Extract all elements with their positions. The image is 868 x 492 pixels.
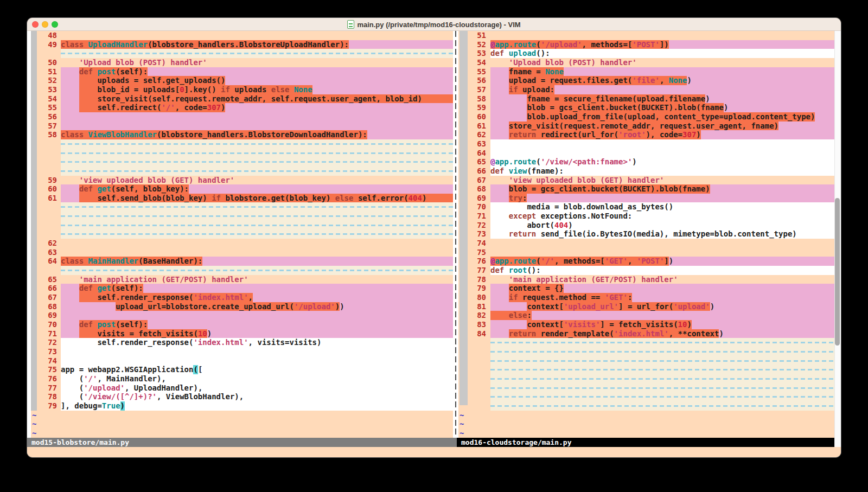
code-line[interactable]: 48	[31, 31, 453, 40]
code-line[interactable]: 53def upload():	[458, 49, 834, 58]
code-line[interactable]: 60 def get(self, blob_key):	[31, 184, 453, 194]
code-line[interactable]: 81 context['upload_url'] = url_for('uplo…	[458, 302, 834, 311]
code-line[interactable]: 61 store_visit(request.remote_addr, requ…	[458, 122, 834, 131]
code-line[interactable]: 65@app.route('/view/<path:fname>')	[458, 157, 834, 167]
code-line[interactable]: 52 uploads = self.get_uploads()	[31, 76, 453, 85]
code-line[interactable]: 53 blob_id = uploads[0].key() if uploads…	[31, 85, 453, 94]
code-line[interactable]: 66 def get(self):	[31, 284, 453, 293]
code-text: visits = fetch_visits(10)	[61, 329, 453, 338]
code-line[interactable]: 76@app.route('/', methods=['GET', 'POST'…	[458, 257, 834, 266]
code-line[interactable]: 78 'main application (GET/POST) handler'	[458, 275, 834, 284]
code-line[interactable]: 64	[458, 149, 834, 158]
code-line[interactable]: 83 context['visits'] = fetch_visits(10)	[458, 320, 834, 329]
code-line[interactable]: 68 blob = gcs_client.bucket(BUCKET).blob…	[458, 184, 834, 194]
code-line[interactable]: 74	[31, 356, 453, 366]
code-line[interactable]: 69 try:	[458, 194, 834, 203]
code-token: ,	[628, 257, 637, 266]
code-line[interactable]: 73	[31, 347, 453, 356]
left-editor-pane[interactable]: 4849class UploadHandler(blobstore_handle…	[31, 31, 453, 438]
tilde-glyph: ~	[32, 419, 36, 429]
left-statusline[interactable]: mod15-blobstore/main.py	[27, 438, 457, 447]
code-line[interactable]: 78 ('/view/([^/]+)?', ViewBlobHandler),	[31, 392, 453, 401]
right-scrollbar-thumb[interactable]	[835, 198, 840, 346]
code-line[interactable]: 66def view(fname):	[458, 167, 834, 176]
code-line[interactable]: 51	[458, 31, 834, 40]
code-line[interactable]: 54 'Upload blob (POST) handler'	[458, 58, 834, 67]
code-line[interactable]: 71 except exceptions.NotFound:	[458, 212, 834, 221]
code-token: )	[335, 302, 340, 311]
code-token	[490, 302, 527, 311]
code-token	[61, 194, 79, 203]
code-line[interactable]: 70 media = blob.download_as_bytes()	[458, 202, 834, 212]
code-token: 404	[409, 194, 422, 203]
code-token: )	[632, 157, 636, 167]
code-text	[61, 31, 453, 40]
code-line[interactable]: 71 visits = fetch_visits(10)	[31, 329, 453, 338]
filler-dashes	[61, 266, 453, 275]
code-line[interactable]: 70 def post(self):	[31, 320, 453, 329]
code-line[interactable]: 68 upload_url=blobstore.create_upload_ur…	[31, 302, 453, 311]
code-token: def	[79, 320, 98, 329]
code-line[interactable]: 75app = webapp2.WSGIApplication([	[31, 365, 453, 374]
code-line[interactable]: 56	[31, 112, 453, 122]
code-line[interactable]: 62	[31, 239, 453, 248]
code-line[interactable]: 56 upload = request.files.get('file', No…	[458, 76, 834, 85]
code-token	[490, 130, 509, 139]
code-token: self.redirect(	[79, 103, 162, 112]
code-line[interactable]: 80 if request.method == 'GET':	[458, 293, 834, 302]
code-line[interactable]: 63	[31, 248, 453, 257]
tilde-glyph: ~	[32, 411, 36, 420]
code-line[interactable]: 57	[31, 122, 453, 131]
filler-dashes	[61, 139, 453, 149]
code-token: blob_id = uploads[	[79, 85, 180, 94]
right-pane-left-scrollbar-thumb[interactable]	[459, 31, 468, 405]
code-line[interactable]: 69	[31, 311, 453, 320]
code-line[interactable]: 55 fname = None	[458, 67, 834, 76]
code-line[interactable]: 67 self.render_response('index.html',	[31, 293, 453, 302]
code-line[interactable]: 54 store_visit(self.request.remote_addr,…	[31, 94, 453, 104]
code-line[interactable]: 51 def post(self):	[31, 67, 453, 76]
right-editor-pane[interactable]: 5152@app.route('/upload', methods=['POST…	[458, 31, 834, 438]
code-line[interactable]: 59 blob = gcs_client.bucket(BUCKET).blob…	[458, 103, 834, 112]
right-statusline[interactable]: mod16-cloudstorage/main.py	[457, 438, 834, 447]
code-token: uploads	[230, 85, 271, 94]
code-line[interactable]: 49class UploadHandler(blobstore_handlers…	[31, 40, 453, 49]
code-line[interactable]: 64class MainHandler(BaseHandler):	[31, 257, 453, 266]
code-line[interactable]: 57 if upload:	[458, 85, 834, 94]
code-line[interactable]: 55 self.redirect('/', code=307)	[31, 103, 453, 112]
code-line[interactable]: 79], debug=True)	[31, 401, 453, 411]
code-line[interactable]: 77def root():	[458, 266, 834, 275]
code-line[interactable]: 77 ('/upload', UploadHandler),	[31, 384, 453, 393]
command-line[interactable]	[27, 447, 841, 457]
code-line[interactable]: 75	[458, 248, 834, 257]
code-token: self.render_response(	[61, 338, 193, 347]
vertical-split-separator[interactable]	[453, 31, 458, 438]
code-line[interactable]: 65 'main application (GET/POST) handler'	[31, 275, 453, 284]
code-line[interactable]: 84 return render_template('index.html', …	[458, 329, 834, 338]
code-line[interactable]: 72 self.render_response('index.html', vi…	[31, 338, 453, 347]
code-line[interactable]: 76 ('/', MainHandler),	[31, 374, 453, 384]
code-token: )	[120, 401, 125, 411]
code-line[interactable]: 62 return redirect(url_for('root'), code…	[458, 130, 834, 139]
code-line[interactable]: 60 blob.upload_from_file(upload, content…	[458, 112, 834, 122]
code-line[interactable]: 50 'Upload blob (POST) handler'	[31, 58, 453, 67]
code-line[interactable]: 82 else:	[458, 311, 834, 320]
code-line[interactable]: 52@app.route('/upload', methods=['POST']…	[458, 40, 834, 49]
code-token	[490, 103, 527, 112]
code-line[interactable]: 72 abort(404)	[458, 221, 834, 230]
left-scrollbar-track[interactable]	[27, 31, 31, 438]
code-line[interactable]: 58 fname = secure_filename(upload.filena…	[458, 94, 834, 104]
code-token: (fname):	[527, 167, 563, 176]
left-scrollbar-thumb[interactable]	[31, 31, 37, 411]
diff-filler-line	[31, 229, 453, 239]
code-text: 'view uploaded blob (GET) handler'	[490, 176, 834, 185]
code-line[interactable]: 59 'view uploaded blob (GET) handler'	[31, 176, 453, 185]
code-line[interactable]: 74	[458, 239, 834, 248]
code-line[interactable]: 58class ViewBlobHandler(blobstore_handle…	[31, 130, 453, 139]
code-line[interactable]: 79 context = {}	[458, 284, 834, 293]
code-line[interactable]: 63	[458, 139, 834, 149]
code-line[interactable]: 73 return send_file(io.BytesIO(media), m…	[458, 229, 834, 239]
code-line[interactable]: 61 self.send_blob(blob_key) if blobstore…	[31, 194, 453, 203]
code-line[interactable]: 67 'view uploaded blob (GET) handler'	[458, 176, 834, 185]
code-token: return	[509, 329, 541, 338]
